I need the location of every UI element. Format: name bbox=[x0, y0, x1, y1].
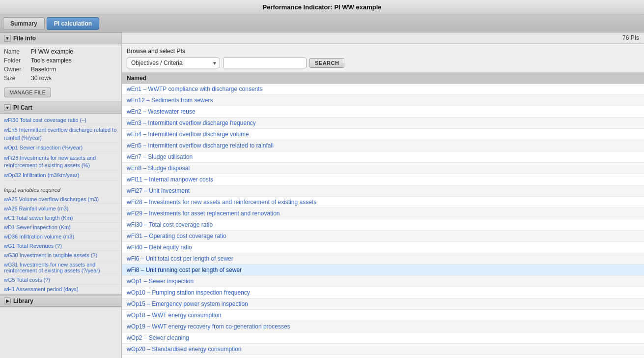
tab-bar: Summary PI calculation bbox=[0, 15, 644, 32]
search-input[interactable] bbox=[223, 58, 307, 68]
input-var-item[interactable]: wG5 Total costs (?) bbox=[0, 275, 121, 285]
manage-file-button[interactable]: MANAGE FILE bbox=[4, 88, 51, 97]
browse-area: Browse and select PIs Objectives / Crite… bbox=[122, 44, 644, 73]
pi-cart-item[interactable]: wFi28 Investments for new assets and rei… bbox=[4, 153, 117, 171]
pi-cart-section: ▼ PI Cart wFi30 Total cost coverage rati… bbox=[0, 102, 121, 295]
pi-list-item[interactable]: wEn12 – Sediments from sewers bbox=[122, 95, 644, 106]
pi-list-item[interactable]: wOp10 – Pumping station inspection frequ… bbox=[122, 287, 644, 298]
pi-list-container: Named wEn1 – WWTP compliance with discha… bbox=[122, 73, 644, 358]
pi-list-item[interactable]: wOp1 – Sewer inspection bbox=[122, 276, 644, 287]
pi-list-item[interactable]: wEn2 – Wastewater reuse bbox=[122, 106, 644, 118]
title-bar: Performance Indicator: PI WW example bbox=[0, 0, 644, 15]
pi-cart-toggle[interactable]: ▼ bbox=[4, 104, 11, 111]
pi-count-bar: 76 PIs bbox=[122, 32, 644, 44]
file-info-name-row: Name PI WW example bbox=[4, 47, 117, 56]
pi-list-item[interactable]: wEn7 – Sludge utilisation bbox=[122, 151, 644, 163]
library-toggle[interactable]: ▶ bbox=[4, 298, 11, 304]
browse-controls: Objectives / Criteria All PIs Named PIs … bbox=[127, 58, 639, 68]
input-var-item[interactable]: wH1 Assessment period (days) bbox=[0, 285, 121, 294]
pi-cart-item[interactable]: wOp1 Sewer inspection (%/year) bbox=[4, 143, 117, 153]
pi-list-item[interactable]: wOp21 – Sewer reabilitation bbox=[122, 355, 644, 358]
pi-list-item[interactable]: wEn5 – Intermittent overflow discharge r… bbox=[122, 140, 644, 151]
pi-list-item[interactable]: wOp19 – WWT energy recovery from co-gene… bbox=[122, 321, 644, 332]
pi-list-item[interactable]: wEn4 – Intermittent overflow discharge v… bbox=[122, 129, 644, 140]
pi-list-item[interactable]: wFi8 – Unit running cost per length of s… bbox=[122, 265, 644, 276]
library-header: ▶ Library bbox=[0, 295, 121, 307]
main-layout: ▼ File info Name PI WW example Folder To… bbox=[0, 32, 644, 358]
pi-list-item[interactable]: wFi28 – Investments for new assets and r… bbox=[122, 197, 644, 208]
file-info-owner-row: Owner Baseform bbox=[4, 65, 117, 74]
input-var-item[interactable]: wD36 Infiltration volume (m3) bbox=[0, 232, 121, 241]
pi-cart-item[interactable]: wFi30 Total cost coverage ratio (–) bbox=[4, 116, 117, 125]
input-var-item[interactable]: wA25 Volume overflow discharges (m3) bbox=[0, 195, 121, 204]
pi-list-item[interactable]: wFi31 – Operating cost coverage ratio bbox=[122, 231, 644, 242]
pi-list-item[interactable]: wEn3 – Intermittent overflow discharge f… bbox=[122, 118, 644, 129]
pi-list-item[interactable]: wFi11 – Internal manpower costs bbox=[122, 174, 644, 185]
category-dropdown-wrapper: Objectives / Criteria All PIs Named PIs … bbox=[127, 58, 220, 68]
pi-list-item[interactable]: wEn8 – Sludge disposal bbox=[122, 163, 644, 174]
tab-pi-calculation[interactable]: PI calculation bbox=[47, 17, 99, 30]
pi-cart-header: ▼ PI Cart bbox=[0, 102, 121, 114]
input-var-item[interactable]: wG30 Investment in tangible assets (?) bbox=[0, 251, 121, 260]
input-var-item[interactable]: wC1 Total sewer length (Km) bbox=[0, 213, 121, 223]
pi-list-items: wEn1 – WWTP compliance with discharge co… bbox=[122, 84, 644, 358]
pi-list-item[interactable]: wFi6 – Unit total cost per length of sew… bbox=[122, 253, 644, 265]
input-var-item[interactable]: wG31 Investments for new assets and rein… bbox=[0, 260, 121, 275]
content-area: 76 PIs Browse and select PIs Objectives … bbox=[122, 32, 644, 358]
library-section: ▶ Library bbox=[0, 295, 121, 307]
search-button[interactable]: SEARCH bbox=[309, 58, 344, 68]
input-var-item[interactable]: wD1 Sewer inspection (Km) bbox=[0, 223, 121, 232]
file-info-folder-row: Folder Tools examples bbox=[4, 56, 117, 65]
file-info-table: Name PI WW example Folder Tools examples… bbox=[0, 44, 121, 86]
browse-label: Browse and select PIs bbox=[127, 48, 639, 55]
pi-list-item[interactable]: wFi29 – Investments for asset replacemen… bbox=[122, 208, 644, 219]
file-info-section: ▼ File info Name PI WW example Folder To… bbox=[0, 32, 121, 102]
input-var-item[interactable]: wA26 Rainfall volume (m3) bbox=[0, 204, 121, 213]
pi-list-item[interactable]: wOp18 – WWT energy consumption bbox=[122, 310, 644, 321]
pi-cart-item[interactable]: wOp32 Infiltration (m3/km/year) bbox=[4, 171, 117, 180]
input-vars-label: Input variables required bbox=[0, 183, 121, 195]
input-var-item[interactable]: wG1 Total Revenues (?) bbox=[0, 241, 121, 251]
file-info-toggle[interactable]: ▼ bbox=[4, 35, 11, 42]
pi-list-item[interactable]: wFi30 – Total cost coverage ratio bbox=[122, 219, 644, 231]
pi-list-item[interactable]: wOp15 – Emergency power system inspectio… bbox=[122, 298, 644, 310]
pi-list-item[interactable]: wOp2 – Sewer cleaning bbox=[122, 332, 644, 344]
pi-cart-items: wFi30 Total cost coverage ratio (–) wEn5… bbox=[0, 114, 121, 183]
sidebar: ▼ File info Name PI WW example Folder To… bbox=[0, 32, 122, 358]
category-dropdown[interactable]: Objectives / Criteria All PIs Named PIs … bbox=[127, 58, 220, 68]
pi-cart-item[interactable]: wEn5 Intermittent overflow discharge rel… bbox=[4, 125, 117, 143]
pi-list-item[interactable]: wOp20 – Standardised energy consumption bbox=[122, 344, 644, 355]
pi-list-item[interactable]: wFi40 – Debt equity ratio bbox=[122, 242, 644, 253]
pi-list-header: Named bbox=[122, 73, 644, 84]
pi-count: 76 PIs bbox=[622, 34, 639, 41]
window-title: Performance Indicator: PI WW example bbox=[262, 3, 381, 11]
pi-list-item[interactable]: wEn1 – WWTP compliance with discharge co… bbox=[122, 84, 644, 95]
pi-list-item[interactable]: wFi27 – Unit investment bbox=[122, 185, 644, 197]
file-info-header: ▼ File info bbox=[0, 32, 121, 44]
tab-summary[interactable]: Summary bbox=[3, 17, 45, 30]
file-info-size-row: Size 30 rows bbox=[4, 74, 117, 83]
